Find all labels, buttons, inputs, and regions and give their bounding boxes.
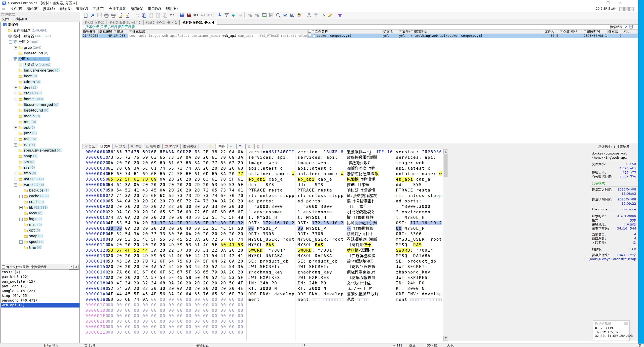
- properties-icon[interactable]: [117, 12, 124, 19]
- copy-icon[interactable]: [141, 12, 147, 19]
- tree-item-tmp[interactable]: tmp(0): [1, 245, 80, 250]
- viewer-button-同步[interactable]: 同步: [216, 144, 227, 149]
- search-term-item[interactable]: web_api (1): [1, 303, 80, 308]
- tree-item-srv[interactable]: srv(0): [1, 159, 80, 165]
- interpreter-icon[interactable]: [282, 12, 288, 19]
- filter-funnel-icon[interactable]: [114, 30, 117, 33]
- tree-item-cdrom[interactable]: cdrom(0): [1, 79, 80, 85]
- tree-item-lost+found[interactable]: lost+found(0): [1, 50, 80, 56]
- tree-item-sbin.usr-is-merged[interactable]: sbin.usr-is-merged(0): [1, 148, 80, 153]
- tree-item-opt[interactable]: +opt(0): [1, 125, 80, 130]
- column-header-词汇[interactable]: 词汇: [622, 30, 638, 34]
- tree-item-dev[interactable]: +dev(12): [1, 85, 80, 90]
- search-term-item[interactable]: pam_ldap (7): [1, 284, 80, 289]
- jump-icon[interactable]: [89, 12, 96, 19]
- viewer-tab-文件[interactable]: 文件: [98, 144, 112, 149]
- tree-item-分区 4[interactable]: −分区 4(146,387)↝: [1, 56, 80, 62]
- search-term-item[interactable]: ens33 (4): [1, 270, 80, 274]
- column-header-搜索结果[interactable]: 搜索结果: [128, 30, 308, 34]
- tree-item-backups[interactable]: backups(1): [1, 188, 80, 193]
- viewer-tab-分区[interactable]: 分区: [82, 144, 97, 149]
- column-header-扩展名[interactable]: 扩展名: [382, 30, 398, 34]
- result-cell-创建时间¹[interactable]: [559, 34, 583, 38]
- menu-item-导航[interactable]: 导航(N): [57, 6, 74, 12]
- skull-icon[interactable]: [296, 12, 302, 19]
- tree-item-tmp[interactable]: +tmp(0): [1, 170, 80, 176]
- hex-editor[interactable]: Offset 0 1 2 3 4 5 6 7 8 9 A B C D E F A…: [82, 149, 443, 340]
- tree-item-lost+found[interactable]: lost+found(0): [1, 108, 80, 113]
- tree-item-cache[interactable]: +cache(269): [1, 193, 80, 199]
- result-cell-文件类[interactable]: yml: [398, 34, 410, 38]
- result-cell-文件大小[interactable]: 437 B: [544, 34, 559, 38]
- chart-icon[interactable]: [289, 12, 295, 19]
- tree-expander[interactable]: +: [14, 172, 18, 175]
- tree-item-local[interactable]: local(0): [1, 210, 80, 216]
- tree-item-grub[interactable]: +grub(294): [1, 45, 80, 50]
- filter-icon[interactable]: [223, 12, 230, 19]
- result-cell-文件名称[interactable]: docker-compose.yml: [308, 34, 382, 38]
- tree-expander[interactable]: −: [9, 58, 12, 61]
- tree-expander[interactable]: +: [14, 92, 18, 95]
- search-help-button[interactable]: ?: [69, 265, 74, 270]
- tree-item-var[interactable]: −var(62,748): [1, 182, 80, 188]
- viewer-button-binoclist[interactable]: [236, 144, 245, 149]
- tree-expander[interactable]: +: [19, 195, 22, 198]
- interpreter-close-button[interactable]: x: [624, 322, 628, 325]
- tab-检材3-服务器, 分区 3[interactable]: 检材3-服务器, 分区 3: [107, 20, 143, 24]
- tree-item-bin.usr-is-merged[interactable]: bin.usr-is-merged(0): [1, 68, 80, 73]
- tree-item-root[interactable]: +root(5): [1, 136, 80, 142]
- column-header-文件名称[interactable]: 文件名称: [308, 30, 382, 34]
- one-hit-per-file-checkbox[interactable]: [2, 265, 5, 269]
- find-icon[interactable]: [178, 12, 185, 19]
- hex-find-icon[interactable]: HEX: [192, 12, 199, 19]
- mdi-close-button[interactable]: x: [629, 7, 634, 11]
- viewer-button-clocklist[interactable]: [246, 144, 254, 149]
- tree-item-crash[interactable]: crash(0): [1, 199, 80, 205]
- magnifier-icon[interactable]: [275, 12, 282, 19]
- edit-010-icon[interactable]: 010: [169, 12, 175, 19]
- tree-item-分区 2[interactable]: −分区 2(308): [1, 39, 80, 45]
- search-result-row[interactable]: 214F2904F4FCP 936ces: api: image: web-ap…: [82, 34, 638, 38]
- column-header-创建时间¹[interactable]: 创建时间¹: [559, 30, 583, 34]
- menu-item-窗口[interactable]: 窗口(W): [146, 6, 163, 12]
- result-cell-搜索结果[interactable]: ces: api: image: web-api:latest containe…: [128, 34, 308, 38]
- menu-item-搜索[interactable]: 搜索(S): [41, 6, 57, 12]
- filter-funnel-icon[interactable]: [399, 30, 402, 33]
- tree-item-无效路径[interactable]: 无效路径(2,595): [1, 62, 80, 68]
- tree-item-snap[interactable]: snap(0): [1, 233, 80, 239]
- tree-expander[interactable]: −: [14, 183, 18, 186]
- column-header-修改时间[interactable]: 修改时间: [583, 30, 608, 34]
- wizard-icon[interactable]: [336, 12, 343, 19]
- search-close-button[interactable]: X: [74, 265, 78, 270]
- tab-检材3-服务器[interactable]: 检材3-服务器: [82, 20, 107, 24]
- tool1-icon[interactable]: [306, 12, 312, 19]
- tree-item-spool[interactable]: +spool(1): [1, 239, 80, 245]
- result-cell-物理偏移[interactable]: 214F2904F: [82, 34, 98, 38]
- tree-item-mnt[interactable]: mnt(0): [1, 119, 80, 125]
- filter-funnel-icon[interactable]: [410, 30, 414, 33]
- menu-item-文件[interactable]: 文件(F): [8, 6, 24, 12]
- export-arrow-icon[interactable]: [624, 25, 628, 29]
- viewer-tab-预览[interactable]: 预览: [113, 144, 128, 149]
- save-results-icon[interactable]: [629, 25, 633, 29]
- hex-scrollbar[interactable]: ▲ ▼: [443, 149, 448, 340]
- balls2-icon[interactable]: [254, 12, 260, 19]
- viewer-button-squiggle[interactable]: [228, 144, 236, 149]
- tree-item-新案件[interactable]: 新案件: [1, 22, 80, 28]
- menu-item-工具[interactable]: 工具(T): [90, 6, 106, 12]
- viewer-tab-缩略图[interactable]: 缩略图: [144, 144, 162, 149]
- viewer-button-targetlist[interactable]: [254, 144, 263, 149]
- result-cell-描述[interactable]: CP 936: [113, 34, 128, 38]
- tree-expander[interactable]: +: [14, 178, 18, 181]
- find-again-icon[interactable]: [186, 12, 192, 19]
- result-cell-词汇[interactable]: [622, 34, 638, 38]
- mdi-minimize-button[interactable]: _: [620, 7, 624, 11]
- tree-expander[interactable]: +: [14, 86, 18, 90]
- tree-item-lib[interactable]: +lib(62,388): [1, 205, 80, 210]
- tool4-icon[interactable]: [326, 12, 333, 19]
- tree-item-sys[interactable]: sys(0): [1, 165, 80, 170]
- tree-item-opt[interactable]: opt(0): [1, 228, 80, 233]
- calculator-icon[interactable]: [268, 12, 274, 19]
- tree-expander[interactable]: −: [4, 35, 7, 38]
- case-menu-item-编辑(D)[interactable]: 编辑(D): [15, 17, 29, 22]
